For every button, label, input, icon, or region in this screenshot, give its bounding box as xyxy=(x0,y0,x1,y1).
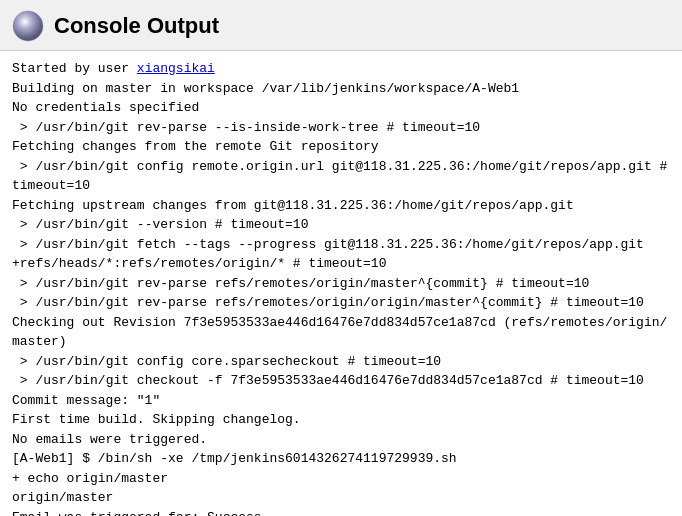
line-cmd4: > /usr/bin/git fetch --tags --progress g… xyxy=(12,235,670,255)
line-cmd2: > /usr/bin/git config remote.origin.url … xyxy=(12,157,670,196)
line-cmd1: > /usr/bin/git rev-parse --is-inside-wor… xyxy=(12,118,670,138)
line-cmd4b: +refs/heads/*:refs/remotes/origin/* # ti… xyxy=(12,254,670,274)
line-first: First time build. Skipping changelog. xyxy=(12,410,670,430)
line-cmd7: > /usr/bin/git config core.sparsecheckou… xyxy=(12,352,670,372)
line-echo: + echo origin/master xyxy=(12,469,670,489)
line-cmd8: > /usr/bin/git checkout -f 7f3e5953533ae… xyxy=(12,371,670,391)
line-origin: origin/master xyxy=(12,488,670,508)
line-started: Started by user xiangsikai xyxy=(12,59,670,79)
line-cmd6: > /usr/bin/git rev-parse refs/remotes/or… xyxy=(12,293,670,313)
line-commit: Commit message: "1" xyxy=(12,391,670,411)
user-link[interactable]: xiangsikai xyxy=(137,61,215,76)
line-fetching1: Fetching changes from the remote Git rep… xyxy=(12,137,670,157)
line-cmd5: > /usr/bin/git rev-parse refs/remotes/or… xyxy=(12,274,670,294)
line-email-triggered: Email was triggered for: Success xyxy=(12,508,670,517)
line-building: Building on master in workspace /var/lib… xyxy=(12,79,670,99)
console-output: Started by user xiangsikai Building on m… xyxy=(0,51,682,516)
page-title: Console Output xyxy=(54,13,219,39)
line-sh: [A-Web1] $ /bin/sh -xe /tmp/jenkins60143… xyxy=(12,449,670,469)
line-checking: Checking out Revision 7f3e5953533ae446d1… xyxy=(12,313,670,352)
console-icon xyxy=(12,10,44,42)
line-cmd3: > /usr/bin/git --version # timeout=10 xyxy=(12,215,670,235)
svg-point-0 xyxy=(13,11,43,41)
line-noemails: No emails were triggered. xyxy=(12,430,670,450)
line-fetching2: Fetching upstream changes from git@118.3… xyxy=(12,196,670,216)
page-header: Console Output xyxy=(0,0,682,51)
line-no-creds: No credentials specified xyxy=(12,98,670,118)
